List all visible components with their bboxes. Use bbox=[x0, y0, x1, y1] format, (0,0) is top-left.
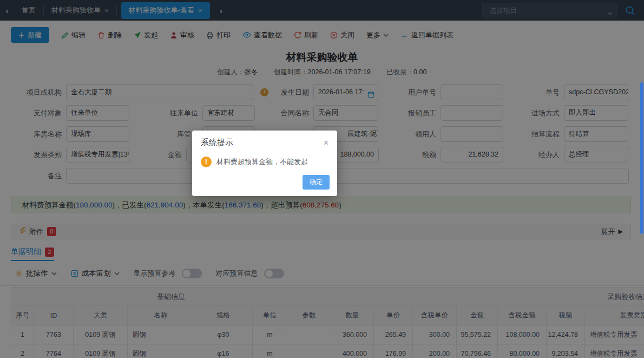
dialog-footer: 确定 bbox=[303, 175, 330, 190]
dialog-close-icon[interactable]: × bbox=[324, 139, 328, 147]
dialog-body: ! 材料费超预算金额，不能发起 bbox=[192, 149, 337, 167]
warning-icon: ! bbox=[201, 157, 212, 167]
scrollbar[interactable] bbox=[640, 82, 643, 234]
dialog-title: 系统提示 bbox=[201, 138, 233, 148]
dialog-header: 系统提示 × bbox=[192, 131, 337, 149]
app-window: ‹ 首页 材料采购验收单 × 材料采购验收单-查看 × › 新建 bbox=[0, 0, 644, 358]
confirm-button[interactable]: 确定 bbox=[303, 175, 330, 190]
dialog-message: 材料费超预算金额，不能发起 bbox=[216, 157, 308, 167]
system-prompt-dialog: 系统提示 × ! 材料费超预算金额，不能发起 确定 bbox=[192, 131, 337, 196]
